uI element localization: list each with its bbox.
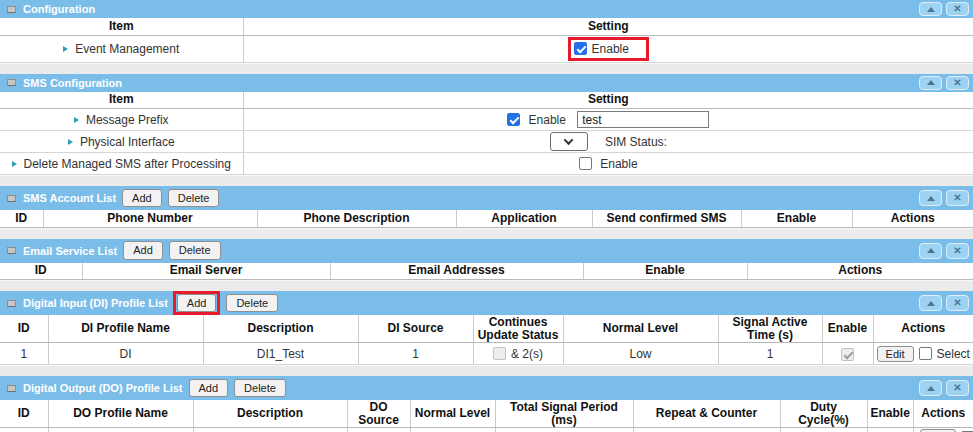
column-header: Enable <box>867 400 913 428</box>
column-header: Total Signal Period (ms) <box>495 400 633 428</box>
email-service-list-title: Email Service List <box>23 245 117 257</box>
sms-configuration-title: SMS Configuration <box>23 77 122 89</box>
collapse-icon <box>927 80 935 85</box>
column-header: Description <box>193 400 347 428</box>
panel-icon <box>7 385 16 392</box>
delete-managed-sms-label: Delete Managed SMS after Processing <box>24 157 231 171</box>
sms-account-add-button[interactable]: Add <box>122 189 162 207</box>
chevron-down-icon <box>564 135 574 145</box>
collapse-icon <box>927 248 935 253</box>
di-profile-list-title: Digital Input (DI) Profile List <box>23 297 168 309</box>
physical-interface-select[interactable] <box>550 132 588 151</box>
close-button[interactable]: ✕ <box>946 243 969 259</box>
sms-configuration-header: SMS Configuration ✕ <box>0 74 973 92</box>
highlight-box-enable: Enable <box>568 37 649 61</box>
sim-status-label: SIM Status: <box>605 135 667 149</box>
column-header: Enable <box>583 263 747 280</box>
di-profile-delete-button[interactable]: Delete <box>226 294 278 312</box>
close-button[interactable]: ✕ <box>946 2 969 16</box>
close-button[interactable]: ✕ <box>946 76 969 90</box>
do-duty-cycle: 100 <box>780 428 867 432</box>
section-do-profile-list: Digital Output (DO) Profile List Add Del… <box>0 376 973 432</box>
collapse-icon <box>927 196 935 201</box>
close-icon: ✕ <box>953 383 961 393</box>
close-button[interactable]: ✕ <box>946 190 969 206</box>
di-edit-button[interactable]: Edit <box>877 346 914 362</box>
column-header: Normal Level <box>410 400 495 428</box>
do-normal-level: Low <box>410 428 495 432</box>
email-service-add-button[interactable]: Add <box>123 241 163 259</box>
di-continues-update-value: & 2(s) <box>511 347 543 361</box>
collapse-button[interactable] <box>919 243 942 259</box>
table-row: Physical Interface SIM Status: <box>0 131 973 153</box>
collapse-icon <box>927 7 935 12</box>
enable-label: Enable <box>529 113 566 127</box>
close-button[interactable]: ✕ <box>946 295 969 311</box>
close-button[interactable]: ✕ <box>946 380 969 396</box>
header-controls: ✕ <box>919 190 969 206</box>
do-profile-list-title: Digital Output (DO) Profile List <box>23 382 183 394</box>
item-arrow-icon <box>63 46 68 52</box>
collapse-button[interactable] <box>919 295 942 311</box>
column-header: ID <box>0 400 48 428</box>
enable-label: Enable <box>592 42 629 56</box>
section-sms-account-list: SMS Account List Add Delete ✕ ID Phone N… <box>0 186 973 228</box>
collapse-button[interactable] <box>919 190 942 206</box>
sms-account-list-header: SMS Account List Add Delete ✕ <box>0 186 973 210</box>
collapse-button[interactable] <box>919 380 942 396</box>
panel-icon <box>7 79 16 86</box>
section-configuration: Configuration ✕ Item Setting Event Manag… <box>0 0 973 63</box>
column-header: DI Source <box>358 315 473 343</box>
do-source: 1 <box>347 428 410 432</box>
table-row: 1 FAN FANONOFF 1 Low 10000 & 0 100 <box>0 428 973 432</box>
enable-label: Enable <box>600 157 637 171</box>
di-select-checkbox[interactable] <box>919 347 932 360</box>
column-header: Actions <box>913 400 973 428</box>
section-sms-configuration: SMS Configuration ✕ Item Setting Message… <box>0 74 973 176</box>
column-header: ID <box>0 315 48 343</box>
column-header: Normal Level <box>563 315 718 343</box>
di-select-label: Select <box>937 347 970 361</box>
delete-managed-sms-enable-checkbox[interactable] <box>579 157 592 170</box>
do-profile-table: ID DO Profile Name Description DO Source… <box>0 400 973 432</box>
column-header: Description <box>203 315 358 343</box>
di-profile-add-button[interactable]: Add <box>177 294 217 312</box>
message-prefix-enable-checkbox[interactable] <box>507 113 520 126</box>
column-header: Enable <box>741 210 852 227</box>
column-header: Duty Cycle(%) <box>780 400 867 428</box>
collapse-button[interactable] <box>919 76 942 90</box>
configuration-title: Configuration <box>23 3 95 15</box>
item-arrow-icon <box>74 117 79 123</box>
section-divider <box>0 228 973 239</box>
column-header: Email Server <box>82 263 330 280</box>
do-profile-delete-button[interactable]: Delete <box>234 379 286 397</box>
section-divider <box>0 365 973 376</box>
sms-account-delete-button[interactable]: Delete <box>168 189 220 207</box>
column-header: Phone Number <box>43 210 257 227</box>
event-management-label: Event Management <box>75 42 179 56</box>
header-controls: ✕ <box>919 380 969 396</box>
physical-interface-label: Physical Interface <box>80 135 175 149</box>
message-prefix-input[interactable] <box>577 111 709 128</box>
do-profile-list-header: Digital Output (DO) Profile List Add Del… <box>0 376 973 400</box>
section-divider <box>0 280 973 291</box>
header-controls: ✕ <box>919 76 969 90</box>
column-header-setting: Setting <box>243 92 973 109</box>
event-handling-page: Configuration ✕ Item Setting Event Manag… <box>0 0 973 432</box>
column-header: Enable <box>822 315 873 343</box>
do-profile-name: FAN <box>48 428 193 432</box>
table-row: 1 DI DI1_Test 1 & 2(s) Low 1 <box>0 343 973 365</box>
event-management-enable-checkbox[interactable] <box>574 42 587 55</box>
table-row: Delete Managed SMS after Processing Enab… <box>0 153 973 175</box>
header-controls: ✕ <box>919 2 969 16</box>
panel-icon <box>7 6 16 13</box>
column-header: Send confirmed SMS <box>592 210 741 227</box>
do-profile-add-button[interactable]: Add <box>189 379 229 397</box>
highlight-box-add: Add <box>173 291 221 315</box>
section-divider <box>0 175 973 186</box>
email-service-delete-button[interactable]: Delete <box>169 241 221 259</box>
sms-account-list-title: SMS Account List <box>23 192 116 204</box>
do-total-signal-period: 10000 <box>495 428 633 432</box>
column-header: Actions <box>747 263 973 280</box>
collapse-button[interactable] <box>919 2 942 16</box>
